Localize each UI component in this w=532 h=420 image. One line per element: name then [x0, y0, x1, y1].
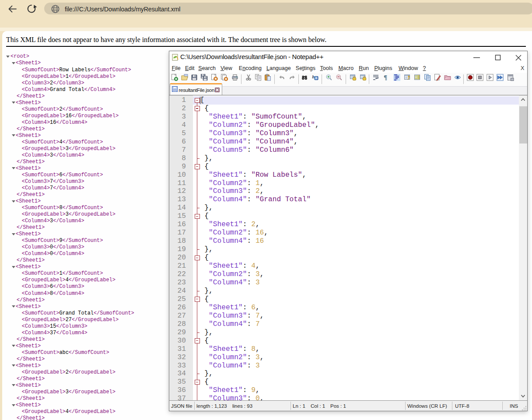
svg-text:b: b [312, 74, 314, 79]
svg-text:¶: ¶ [384, 74, 387, 81]
svg-text:b: b [315, 76, 317, 80]
